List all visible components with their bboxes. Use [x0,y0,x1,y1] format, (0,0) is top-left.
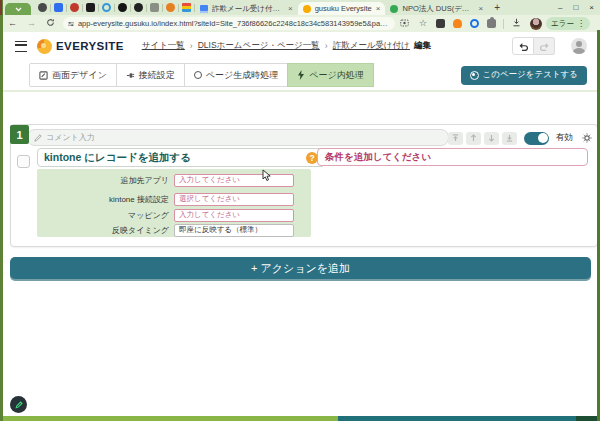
brand-name: EVERYSITE [56,40,124,52]
select-reflect-timing[interactable]: 即座に反映する（標準） [174,224,294,237]
reload-icon[interactable] [46,18,55,29]
editor-tab-bar: 画面デザイン 接続設定 ページ生成時処理 ページ内処理 このページをテストする [3,60,597,92]
everysite-logo-icon [37,39,52,54]
edit-pencil-icon [15,401,23,409]
browser-tab-1[interactable]: 詐欺メール受け付け - レコ... × [195,2,298,15]
desktop-edge-left-top [0,0,2,15]
blue-circle-extension-icon[interactable] [470,19,479,28]
move-up-button[interactable] [466,132,481,145]
tab-group-chevron-icon[interactable] [5,3,31,15]
share-screenshot-icon[interactable] [400,19,409,29]
floating-edit-widget[interactable] [10,396,27,413]
pencil-icon [34,134,42,142]
brand-logo[interactable]: EVERYSITE [37,39,124,54]
minimize-button[interactable]: – [558,3,562,12]
condition-box[interactable]: 条件を追加してください [317,148,588,166]
kebab-menu-icon[interactable]: ⋮ [577,19,585,28]
tab-connection-settings[interactable]: 接続設定 [116,63,185,87]
add-action-button[interactable]: + アクションを追加 [10,257,591,279]
black-circle-extension-2-icon[interactable] [134,3,143,12]
breadcrumb-separator: › [190,41,193,51]
blue-ring-extension-icon[interactable] [102,3,111,12]
colored-list-extension-icon[interactable] [182,3,191,12]
breadcrumb-current-page-link[interactable]: 詐欺メール受け付け [333,40,410,52]
move-down-button[interactable] [484,132,499,145]
enabled-toggle[interactable] [524,132,549,145]
black-square-extension-icon[interactable] [86,3,95,12]
history-buttons [512,37,555,55]
browser-tab-3[interactable]: NPO法人 DUS(デジタルリ... × [385,2,488,15]
field-label: 追加先アプリ [37,175,174,186]
field-label: マッピング [37,210,174,221]
blue-plus-extension-icon[interactable] [54,3,63,12]
browser-tab-title: NPO法人 DUS(デジタルリ... [402,4,474,14]
breadcrumb-separator: › [325,41,328,51]
tab-page-generation[interactable]: ページ生成時処理 [184,63,288,87]
settings-gear-icon[interactable] [582,129,592,147]
browser-tab-title: gusuku Everysite [315,4,372,13]
url-text[interactable]: app-everysite.gusuku.io/index.html?siteI… [78,19,390,28]
blue-document-icon [200,5,208,13]
close-tab-icon[interactable]: × [288,4,293,13]
red-extension-icon[interactable] [70,3,79,12]
url-bar[interactable]: app-everysite.gusuku.io/index.html?siteI… [63,17,395,30]
breadcrumb-site-list-link[interactable]: サイト一覧 [142,40,185,52]
tab-screen-design[interactable]: 画面デザイン [29,63,117,87]
breadcrumb-page-list-link[interactable]: DLISホームページ・ページ一覧 [198,40,320,52]
close-tab-icon[interactable]: × [376,4,381,13]
enabled-label: 有効 [556,132,573,144]
condition-placeholder: 条件を追加してください [325,151,431,164]
comment-input[interactable]: コメント入力 [27,129,449,146]
user-avatar[interactable] [571,38,587,54]
back-icon[interactable]: ← [8,19,17,28]
undo-button[interactable] [512,37,534,55]
breadcrumb: サイト一覧 › DLISホームページ・ページ一覧 › 詐欺メール受け付け 編集 [142,40,431,52]
browser-menu-error-chip[interactable]: エラー ⋮ [546,17,590,30]
grey-clamp-extension-icon[interactable] [150,3,159,12]
comment-placeholder: コメント入力 [46,132,95,143]
action-select-checkbox[interactable] [17,155,30,168]
breadcrumb-edit-suffix: 編集 [414,40,431,52]
action-title: kintone にレコードを追加する [44,151,191,165]
error-chip-label: エラー [551,19,574,29]
input-mapping[interactable]: 入力してください [174,209,294,222]
bookmark-star-icon[interactable]: ☆ [419,19,427,28]
maximize-button[interactable]: □ [573,3,578,12]
close-tab-icon[interactable]: × [478,4,483,13]
browser-tab-title: 詐欺メール受け付け - レコ... [212,4,284,14]
add-action-label: + アクションを追加 [251,261,350,276]
profile-avatar[interactable] [530,18,542,30]
black-circle-extension-1-icon[interactable] [118,3,127,12]
move-bottom-button[interactable] [502,132,517,145]
everysite-favicon-icon [303,5,311,13]
orange-flame-extension-icon[interactable] [166,3,175,12]
tab-in-page-processing-active[interactable]: ページ内処理 [287,63,373,87]
download-icon[interactable] [512,18,521,29]
move-top-button[interactable] [448,132,463,145]
screen-design-icon [39,71,48,80]
new-tab-button[interactable]: + [494,2,500,13]
action-title-box[interactable]: kintone にレコードを追加する ? [37,148,325,167]
fox-extension-icon[interactable] [453,19,462,28]
test-page-button[interactable]: このページをテストする [461,66,588,85]
browser-tab-2-active[interactable]: gusuku Everysite × [298,2,386,15]
redo-button-disabled[interactable] [534,37,555,55]
desktop-edge-bottom [0,416,600,421]
dark-extension-icon[interactable] [436,19,445,28]
input-kintone-connection[interactable]: 選択してください [174,193,294,206]
site-settings-tune-icon[interactable] [68,20,74,28]
green-dot-favicon-icon [390,5,398,13]
field-label: 反映タイミング [37,225,174,236]
divider [503,19,504,29]
field-row: kintone 接続設定 選択してください [37,193,311,205]
hamburger-menu-icon[interactable] [15,41,27,52]
tab-label: 画面デザイン [52,69,107,82]
input-target-app[interactable]: 入力してください [174,174,294,187]
in-page-processing-icon [297,70,305,80]
browser-nav-bar: ← → app-everysite.gusuku.io/index.html?s… [0,15,600,32]
close-window-button[interactable]: × [589,3,594,12]
extensions-puzzle-icon[interactable] [487,19,496,28]
pinned-extensions [35,3,195,12]
grey-circle-extension-icon[interactable] [38,3,47,12]
forward-icon[interactable]: → [27,19,36,28]
